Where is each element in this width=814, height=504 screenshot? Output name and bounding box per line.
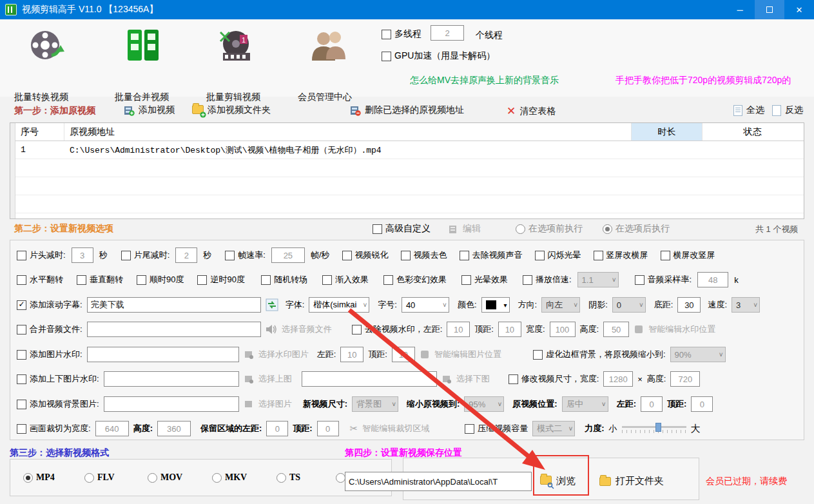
img-top-input[interactable]	[392, 347, 415, 362]
wm-width-input[interactable]	[550, 322, 576, 337]
member-center-icon[interactable]	[308, 27, 349, 66]
choose-audio-button[interactable]: 选择音频文件	[282, 324, 332, 335]
blur-shrink-select[interactable]: 90%˅	[670, 347, 726, 362]
wm-left-input[interactable]	[447, 322, 470, 337]
merge-audio-input[interactable]	[87, 322, 261, 337]
grayscale-checkbox[interactable]: 视频去色	[401, 249, 447, 261]
keep-top-input[interactable]	[317, 421, 339, 436]
hflip-checkbox[interactable]: 水平翻转	[17, 274, 63, 286]
landscape-to-portrait-checkbox[interactable]: 横屏改竖屏	[661, 249, 715, 261]
bg-top-input[interactable]	[691, 396, 713, 412]
format-mp4-radio[interactable]: MP4	[23, 472, 55, 483]
head-trim-input[interactable]	[72, 247, 93, 263]
header-duration[interactable]: 时长	[632, 123, 703, 141]
img-left-input[interactable]	[340, 347, 363, 362]
compress-checkbox[interactable]: 压缩视频容量	[465, 423, 528, 434]
close-button[interactable]: ✕	[784, 0, 814, 19]
refresh-icon[interactable]	[266, 298, 278, 311]
image-watermark-checkbox[interactable]: 添加图片水印:	[17, 349, 82, 360]
top-bottom-watermark-checkbox[interactable]: 添加上下图片水印:	[17, 373, 99, 385]
fade-in-checkbox[interactable]: 渐入效果	[322, 274, 369, 286]
flicker-checkbox[interactable]: 闪烁光晕	[535, 249, 581, 261]
resize-height-input[interactable]	[670, 371, 700, 387]
font-select[interactable]: 楷体(simkai˅	[309, 297, 369, 313]
scroll-speed-select[interactable]: 3˅	[732, 297, 760, 313]
choose-top-image-button[interactable]: 选择上图	[258, 373, 292, 385]
multithread-checkbox[interactable]: 多线程	[382, 28, 422, 40]
sharpen-checkbox[interactable]: 视频锐化	[342, 249, 389, 261]
minimize-button[interactable]: ─	[725, 0, 755, 19]
open-folder-button[interactable]: 打开文件夹	[599, 475, 664, 487]
bottom-margin-input[interactable]	[677, 297, 701, 313]
shrink-select[interactable]: 95%˅	[464, 396, 504, 412]
header-status[interactable]: 状态	[703, 123, 802, 141]
smart-edit-image-button[interactable]: 智能编辑图片位置	[434, 349, 501, 360]
wm-top-input[interactable]	[498, 322, 521, 337]
header-path[interactable]: 原视频地址	[64, 123, 632, 141]
radio-before-options[interactable]: 在选项前执行	[516, 223, 583, 235]
wm-height-input[interactable]	[603, 322, 629, 337]
table-row[interactable]: 1 C:\Users\Administrator\Desktop\测试\视频\植…	[15, 141, 804, 159]
bottom-image-input[interactable]	[302, 371, 437, 387]
choose-bottom-image-button[interactable]: 选择下图	[456, 373, 490, 385]
gpu-accel-checkbox[interactable]: GPU加速（用显卡解码）	[382, 50, 495, 62]
mute-checkbox[interactable]: 去除视频声音	[460, 249, 523, 261]
head-trim-checkbox[interactable]: 片头减时:	[17, 249, 66, 261]
font-size-select[interactable]: 40˅	[402, 297, 449, 313]
crop-height-input[interactable]	[157, 421, 191, 436]
crop-checkbox[interactable]: 画面裁切为宽度:	[17, 423, 91, 434]
edit-button[interactable]: 编辑	[448, 223, 481, 235]
merge-audio-checkbox[interactable]: 合并音频文件:	[17, 324, 82, 335]
compress-strength-slider[interactable]	[622, 423, 686, 434]
merge-video-icon[interactable]	[122, 27, 164, 66]
save-path-input[interactable]	[345, 472, 532, 491]
playback-speed-checkbox[interactable]: 播放倍速:	[523, 274, 572, 286]
portrait-to-landscape-checkbox[interactable]: 竖屏改横屏	[594, 249, 648, 261]
framerate-input[interactable]	[271, 247, 305, 263]
halo-fx-checkbox[interactable]: 光晕效果	[461, 274, 508, 286]
sample-rate-checkbox[interactable]: 音频采样率:	[635, 274, 692, 286]
image-watermark-input[interactable]	[87, 347, 239, 362]
clear-table-button[interactable]: ✕ 清空表格	[507, 104, 556, 118]
convert-video-icon[interactable]	[26, 27, 67, 66]
remove-watermark-checkbox[interactable]: 去除视频水印，左距:	[352, 324, 443, 335]
format-mov-radio[interactable]: MOV	[148, 472, 182, 483]
crop-width-input[interactable]	[95, 421, 129, 436]
color-select[interactable]: ▾	[481, 297, 510, 313]
bg-left-input[interactable]	[641, 396, 663, 412]
radio-after-options[interactable]: 在选项后执行	[603, 223, 670, 235]
smart-edit-watermark-button[interactable]: 智能编辑水印位置	[648, 324, 715, 335]
compress-mode-select[interactable]: 模式二˅	[532, 421, 575, 436]
help-link-magenta[interactable]: 手把手教你把低于720p的视频剪辑成720p的	[615, 75, 791, 86]
background-image-checkbox[interactable]: 添加视频背景图片:	[17, 398, 99, 410]
subtitle-text-input[interactable]	[87, 297, 261, 313]
format-ts-radio[interactable]: TS	[276, 472, 300, 483]
new-size-select[interactable]: 背景图˅	[352, 396, 398, 412]
choose-watermark-image-button[interactable]: 选择水印图片	[258, 349, 309, 360]
keep-left-input[interactable]	[266, 421, 288, 436]
framerate-checkbox[interactable]: 帧速率:	[225, 249, 266, 261]
resize-video-checkbox[interactable]: 修改视频尺寸，宽度:	[509, 373, 599, 385]
blur-border-checkbox[interactable]: 虚化边框背景，将原视频缩小到:	[533, 349, 666, 360]
tail-trim-input[interactable]	[175, 247, 197, 263]
help-link-green[interactable]: 怎么给MV去掉原声换上新的背景音乐	[410, 75, 559, 86]
advanced-custom-checkbox[interactable]: 高级自定义	[373, 223, 431, 235]
scroll-subtitle-checkbox[interactable]: 添加滚动字幕:	[17, 299, 82, 311]
add-video-button[interactable]: 添加视频	[124, 104, 175, 116]
top-image-input[interactable]	[104, 371, 239, 387]
choose-bg-image-button[interactable]: 选择图片	[258, 398, 292, 410]
format-mkv-radio[interactable]: MKV	[212, 472, 247, 483]
tail-trim-checkbox[interactable]: 片尾减时:	[121, 249, 170, 261]
thread-count-input[interactable]	[431, 25, 464, 41]
invert-select-button[interactable]: 反选	[772, 104, 803, 116]
rotate-ccw-checkbox[interactable]: 逆时90度	[197, 274, 244, 286]
select-all-button[interactable]: 全选	[733, 104, 764, 116]
color-fx-checkbox[interactable]: 色彩变幻效果	[383, 274, 447, 286]
delete-selected-button[interactable]: 删除已选择的原视频地址	[350, 104, 464, 116]
add-folder-button[interactable]: 添加视频文件夹	[192, 104, 271, 116]
vflip-checkbox[interactable]: 垂直翻转	[77, 274, 123, 286]
random-transition-checkbox[interactable]: 随机转场	[261, 274, 307, 286]
shadow-select[interactable]: 0˅	[612, 297, 646, 313]
maximize-button[interactable]	[755, 0, 784, 19]
rotate-cw-checkbox[interactable]: 顺时90度	[137, 274, 184, 286]
